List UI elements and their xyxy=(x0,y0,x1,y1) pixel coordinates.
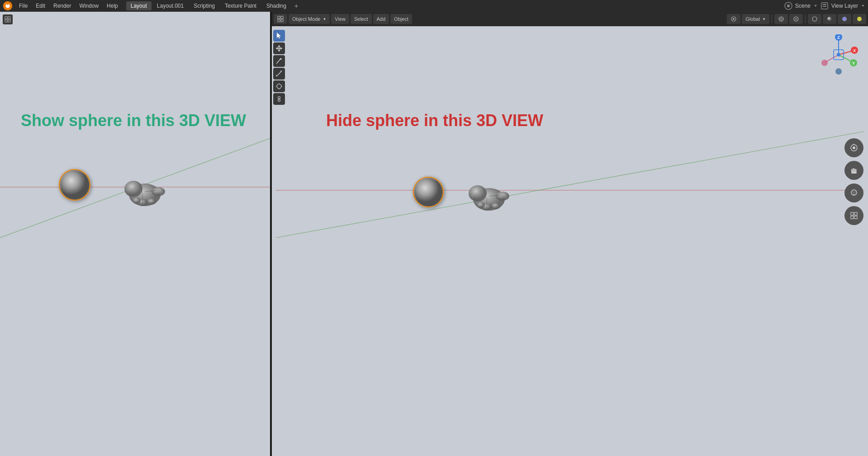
svg-point-16 xyxy=(60,170,89,199)
svg-point-82 xyxy=(821,60,828,66)
snap-icon-btn[interactable] xyxy=(774,14,788,24)
grid-view-btn[interactable] xyxy=(844,206,863,225)
right-viewport[interactable]: Object Mode View Select Add Object Globa… xyxy=(272,12,868,456)
workspace-tab-layout[interactable]: Layout xyxy=(126,1,152,10)
svg-marker-44 xyxy=(278,50,280,52)
svg-line-11 xyxy=(0,138,270,238)
main-area: Show sphere in this 3D VIEW xyxy=(0,12,868,456)
render-menu[interactable]: Render xyxy=(50,2,75,10)
svg-rect-12 xyxy=(5,17,7,19)
file-menu[interactable]: File xyxy=(15,2,31,10)
toolbar-strip xyxy=(272,28,286,107)
scene-label: Scene xyxy=(795,3,811,9)
svg-rect-97 xyxy=(851,212,854,215)
svg-point-20 xyxy=(137,199,148,206)
workspace-tab-shading[interactable]: Shading xyxy=(262,1,291,10)
workspace-tabs: Layout Layout.001 Scripting Texture Pain… xyxy=(126,1,301,10)
svg-rect-99 xyxy=(851,216,854,219)
svg-point-58 xyxy=(278,97,280,99)
svg-rect-25 xyxy=(278,16,280,19)
proportional-edit-btn[interactable] xyxy=(789,14,803,24)
svg-text:Z: Z xyxy=(837,35,840,40)
svg-point-96 xyxy=(854,192,855,193)
svg-line-71 xyxy=(489,195,503,196)
svg-point-38 xyxy=(842,17,847,21)
object-mode-btn[interactable]: Object Mode xyxy=(289,14,330,24)
svg-point-59 xyxy=(278,99,280,102)
window-menu[interactable]: Window xyxy=(76,2,102,10)
svg-marker-40 xyxy=(277,33,281,38)
camera-view-btn[interactable] xyxy=(844,138,863,157)
svg-point-39 xyxy=(857,17,862,21)
svg-point-19 xyxy=(152,187,165,196)
select-tool-btn[interactable] xyxy=(273,30,285,42)
svg-point-67 xyxy=(481,203,492,211)
measure-tool-btn[interactable] xyxy=(273,68,285,80)
right-viewport-toolbar: Object Mode View Select Add Object Globa… xyxy=(272,12,868,26)
face-view-btn[interactable] xyxy=(844,183,863,202)
top-bar-right: Scene View Layer xyxy=(784,2,865,10)
svg-marker-9 xyxy=(862,5,864,7)
view-btn[interactable]: View xyxy=(331,14,349,24)
add-workspace-tab[interactable]: + xyxy=(292,1,301,10)
workspace-tab-layout001[interactable]: Layout.001 xyxy=(152,1,188,10)
edit-menu[interactable]: Edit xyxy=(32,2,49,10)
svg-rect-28 xyxy=(281,19,283,22)
svg-rect-93 xyxy=(851,172,857,174)
blob-object-right[interactable] xyxy=(462,174,516,211)
view-controls xyxy=(844,138,863,225)
extra-tool-btn[interactable] xyxy=(273,93,285,105)
left-viewport-corner-icon[interactable] xyxy=(3,14,13,24)
svg-line-47 xyxy=(277,59,280,63)
axis-gizmo[interactable]: Z X Y xyxy=(818,34,859,75)
left-viewport[interactable]: Show sphere in this 3D VIEW xyxy=(0,12,270,456)
viewport-icon-btn[interactable] xyxy=(274,14,287,24)
object-btn[interactable]: Object xyxy=(390,14,412,24)
svg-point-17 xyxy=(129,183,161,206)
view-layer-icon xyxy=(821,2,829,10)
shading-rendered-btn[interactable] xyxy=(853,14,866,24)
svg-point-66 xyxy=(496,192,509,201)
blob-object-left[interactable] xyxy=(118,170,172,206)
svg-rect-89 xyxy=(853,168,854,172)
help-menu[interactable]: Help xyxy=(103,2,122,10)
toolbar-sep-1 xyxy=(772,15,772,23)
workspace-tab-texture-paint[interactable]: Texture Paint xyxy=(220,1,261,10)
svg-rect-98 xyxy=(854,212,857,215)
svg-point-87 xyxy=(853,146,855,149)
svg-rect-7 xyxy=(823,4,826,5)
svg-line-50 xyxy=(276,71,282,76)
shading-material-btn[interactable] xyxy=(838,14,851,24)
move-tool-btn[interactable] xyxy=(273,42,285,54)
svg-line-24 xyxy=(145,190,158,192)
annotate-tool-btn[interactable] xyxy=(273,55,285,67)
svg-point-53 xyxy=(277,84,281,89)
svg-line-62 xyxy=(276,132,864,238)
svg-rect-13 xyxy=(8,17,10,19)
svg-point-85 xyxy=(835,68,842,75)
svg-point-18 xyxy=(124,181,142,197)
blender-logo xyxy=(3,1,13,11)
svg-marker-43 xyxy=(278,45,280,47)
view-layer-dropdown-icon xyxy=(861,4,865,8)
svg-rect-100 xyxy=(854,216,857,219)
sphere-object-right[interactable] xyxy=(413,177,444,207)
hand-pan-btn[interactable] xyxy=(844,161,863,180)
sphere-object-left[interactable] xyxy=(59,169,90,201)
shading-solid-btn[interactable] xyxy=(823,14,836,24)
add-btn[interactable]: Add xyxy=(373,14,389,24)
transform-orientation-icon[interactable] xyxy=(727,14,740,24)
transform-tool-btn[interactable] xyxy=(273,80,285,92)
svg-line-49 xyxy=(276,63,277,64)
svg-text:Y: Y xyxy=(852,61,855,66)
select-btn[interactable]: Select xyxy=(351,14,372,24)
svg-rect-90 xyxy=(854,169,855,172)
svg-point-30 xyxy=(733,18,735,20)
global-btn[interactable]: Global xyxy=(742,14,769,24)
workspace-tab-scripting[interactable]: Scripting xyxy=(189,1,219,10)
svg-rect-26 xyxy=(281,16,283,19)
top-menu-bar: File Edit Render Window Help Layout Layo… xyxy=(0,0,868,12)
svg-point-84 xyxy=(837,53,840,56)
svg-text:X: X xyxy=(853,48,856,53)
shading-wire-btn[interactable] xyxy=(808,14,821,24)
